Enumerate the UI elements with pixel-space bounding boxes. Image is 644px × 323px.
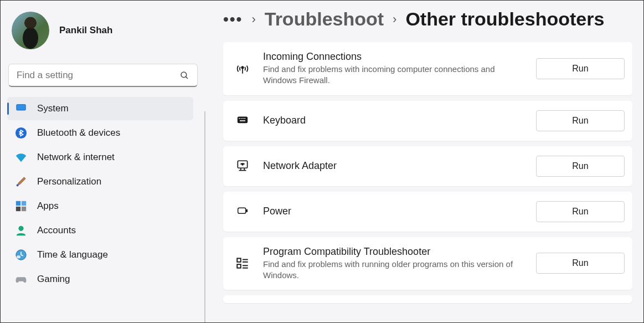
compat-icon <box>235 256 250 270</box>
system-icon <box>15 102 27 115</box>
sidebar-item-system[interactable]: System <box>7 97 193 120</box>
sidebar: Pankil Shah System Bluetooth & devices <box>1 1 205 322</box>
run-button[interactable]: Run <box>536 156 625 177</box>
wifi-icon <box>15 151 27 163</box>
svg-rect-2 <box>17 105 26 111</box>
chevron-right-icon: › <box>251 12 255 27</box>
search-input[interactable] <box>17 70 179 81</box>
sidebar-item-label: Apps <box>37 201 59 212</box>
run-button[interactable]: Run <box>536 253 625 274</box>
svg-rect-19 <box>243 118 244 119</box>
troubleshooter-title: Program Compatibility Troubleshooter <box>263 246 523 258</box>
list-item <box>223 295 632 303</box>
svg-rect-9 <box>22 207 26 211</box>
troubleshooter-text: Network Adapter <box>263 160 523 172</box>
apps-icon <box>15 200 27 212</box>
svg-rect-8 <box>16 207 20 211</box>
user-name: Pankil Shah <box>59 25 112 36</box>
troubleshooter-text: Power <box>263 206 523 217</box>
sidebar-item-personalization[interactable]: Personalization <box>7 170 193 193</box>
svg-rect-20 <box>244 118 245 119</box>
svg-rect-30 <box>237 264 241 268</box>
troubleshooter-desc: Find and fix problems with incoming comp… <box>263 64 523 86</box>
svg-rect-16 <box>238 116 248 123</box>
sidebar-item-accounts[interactable]: Accounts <box>7 219 193 242</box>
svg-rect-18 <box>241 118 242 119</box>
troubleshooter-power: Power Run <box>223 192 632 232</box>
troubleshooter-text: Program Compatibility Troubleshooter Fin… <box>263 246 523 281</box>
sidebar-item-bluetooth[interactable]: Bluetooth & devices <box>7 121 193 145</box>
troubleshooter-desc: Find and fix problems with running older… <box>263 259 523 281</box>
sidebar-scrollbar[interactable] <box>204 111 205 322</box>
search-box[interactable] <box>8 64 198 87</box>
account-icon <box>15 224 27 237</box>
breadcrumb: ••• › Troubleshoot › Other troubleshoote… <box>223 1 632 42</box>
breadcrumb-parent[interactable]: Troubleshoot <box>265 8 384 30</box>
power-icon <box>235 204 250 219</box>
network-adapter-icon <box>235 159 250 173</box>
sidebar-item-label: Network & internet <box>37 152 115 163</box>
time-icon <box>15 249 27 261</box>
profile-block[interactable]: Pankil Shah <box>7 12 199 60</box>
breadcrumb-current: Other troubleshooters <box>405 8 604 30</box>
sidebar-item-label: Accounts <box>37 225 76 236</box>
sidebar-item-label: Time & language <box>37 249 108 260</box>
sidebar-item-label: System <box>37 103 69 114</box>
avatar <box>12 12 49 49</box>
brush-icon <box>15 176 27 188</box>
troubleshooter-title: Keyboard <box>263 115 523 126</box>
svg-rect-27 <box>238 208 246 213</box>
troubleshooter-list: Incoming Connections Find and fix proble… <box>223 42 632 303</box>
svg-point-10 <box>18 226 23 231</box>
settings-app: Pankil Shah System Bluetooth & devices <box>1 1 643 322</box>
svg-rect-7 <box>22 201 26 206</box>
svg-rect-29 <box>237 259 241 263</box>
sidebar-item-time[interactable]: Time & language <box>7 243 193 266</box>
svg-point-0 <box>181 72 187 78</box>
svg-point-5 <box>17 184 19 186</box>
sidebar-item-label: Gaming <box>37 274 70 285</box>
troubleshooter-incoming-connections: Incoming Connections Find and fix proble… <box>223 42 632 95</box>
svg-rect-17 <box>239 118 240 119</box>
svg-rect-28 <box>246 209 248 211</box>
troubleshooter-title: Incoming Connections <box>263 51 523 63</box>
sidebar-item-label: Bluetooth & devices <box>37 127 120 139</box>
breadcrumb-overflow[interactable]: ••• <box>223 11 243 28</box>
run-button[interactable]: Run <box>536 201 625 222</box>
troubleshooter-text: Keyboard <box>263 115 523 126</box>
antenna-icon <box>235 61 250 76</box>
svg-line-1 <box>186 76 188 79</box>
main-content: ••• › Troubleshoot › Other troubleshoote… <box>205 1 643 322</box>
svg-rect-6 <box>16 201 20 206</box>
run-button[interactable]: Run <box>536 58 625 79</box>
troubleshooter-title: Power <box>263 206 523 217</box>
search-icon <box>179 70 189 80</box>
sidebar-item-apps[interactable]: Apps <box>7 194 193 218</box>
sidebar-item-network[interactable]: Network & internet <box>7 146 193 169</box>
sidebar-item-label: Personalization <box>37 176 101 187</box>
chevron-right-icon: › <box>393 12 396 27</box>
svg-rect-21 <box>240 120 245 121</box>
gaming-icon <box>15 273 27 285</box>
sidebar-nav: System Bluetooth & devices Network & int… <box>7 97 199 291</box>
keyboard-icon <box>235 114 250 128</box>
svg-point-13 <box>17 255 20 259</box>
troubleshooter-text: Incoming Connections Find and fix proble… <box>263 51 523 86</box>
troubleshooter-title: Network Adapter <box>263 160 523 172</box>
troubleshooter-keyboard: Keyboard Run <box>223 101 632 141</box>
bluetooth-icon <box>15 127 27 139</box>
troubleshooter-program-compatibility: Program Compatibility Troubleshooter Fin… <box>223 237 632 290</box>
sidebar-item-gaming[interactable]: Gaming <box>7 268 193 291</box>
troubleshooter-network-adapter: Network Adapter Run <box>223 146 632 186</box>
run-button[interactable]: Run <box>536 110 625 131</box>
